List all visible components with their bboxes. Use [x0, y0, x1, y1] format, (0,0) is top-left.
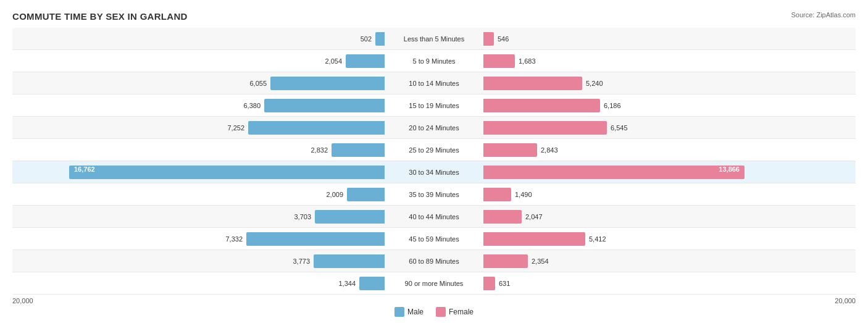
table-row: 6,38015 to 19 Minutes6,186 [12, 94, 856, 117]
right-section: 5,240 [483, 72, 856, 94]
table-row: 2,00935 to 39 Minutes1,490 [12, 183, 856, 206]
row-label: 5 to 9 Minutes [385, 57, 483, 65]
right-section: 6,545 [483, 117, 856, 138]
row-label: Less than 5 Minutes [385, 35, 483, 43]
female-bar [483, 210, 522, 224]
female-value: 546 [498, 35, 509, 43]
male-bar [314, 254, 385, 268]
male-value: 7,332 [225, 235, 243, 243]
left-section: 2,832 [12, 139, 385, 161]
right-section: 631 [483, 272, 856, 294]
row-label: 10 to 14 Minutes [385, 80, 483, 87]
right-section: 1,490 [483, 183, 856, 205]
female-value: 5,412 [589, 235, 606, 243]
row-label: 60 to 89 Minutes [385, 258, 483, 265]
chart-area: 502Less than 5 Minutes5462,0545 to 9 Min… [12, 28, 856, 295]
right-section: 2,843 [483, 139, 856, 161]
legend-male: Male [394, 307, 424, 317]
male-value: 6,380 [243, 102, 261, 109]
female-value: 1,683 [519, 57, 536, 65]
male-bar [248, 121, 385, 135]
male-bar [375, 32, 385, 46]
table-row: 16,76230 to 34 Minutes13,866 [12, 161, 856, 183]
male-bar [270, 77, 385, 90]
female-bar: 13,866 [483, 166, 745, 179]
male-bar: 16,762 [69, 166, 385, 179]
male-value: 2,054 [325, 57, 342, 65]
right-section: 2,354 [483, 250, 856, 272]
male-value: 3,773 [293, 258, 310, 265]
female-bar [483, 254, 528, 268]
female-bar [483, 121, 607, 135]
axis-right: 20,000 [434, 297, 856, 304]
legend-female-box [436, 307, 446, 317]
row-label: 40 to 44 Minutes [385, 213, 483, 220]
left-section: 2,009 [12, 183, 385, 205]
table-row: 3,77360 to 89 Minutes2,354 [12, 250, 856, 272]
table-row: 3,70340 to 44 Minutes2,047 [12, 206, 856, 228]
legend-female-label: Female [449, 308, 474, 316]
row-label: 45 to 59 Minutes [385, 235, 483, 243]
left-section: 6,380 [12, 94, 385, 116]
female-bar [483, 188, 511, 201]
row-label: 15 to 19 Minutes [385, 102, 483, 109]
right-section: 1,683 [483, 50, 856, 72]
right-section: 546 [483, 28, 856, 49]
left-section: 3,703 [12, 206, 385, 227]
female-bar [483, 32, 494, 46]
row-label: 25 to 29 Minutes [385, 146, 483, 154]
male-value: 7,252 [227, 124, 244, 132]
male-value: 16,762 [74, 166, 95, 173]
right-section: 13,866 [483, 161, 856, 183]
chart-container: COMMUTE TIME BY SEX IN GARLAND Source: Z… [0, 0, 868, 323]
table-row: 6,05510 to 14 Minutes5,240 [12, 72, 856, 94]
row-label: 35 to 39 Minutes [385, 191, 483, 198]
legend-male-label: Male [407, 308, 424, 316]
female-value: 6,545 [611, 124, 628, 132]
table-row: 502Less than 5 Minutes546 [12, 28, 856, 50]
right-section: 5,412 [483, 228, 856, 250]
legend: Male Female [12, 307, 856, 317]
table-row: 2,0545 to 9 Minutes1,683 [12, 50, 856, 72]
legend-female: Female [436, 307, 474, 317]
male-value: 3,703 [294, 213, 311, 220]
female-bar [483, 77, 582, 90]
axis-left: 20,000 [12, 297, 434, 304]
male-bar [264, 99, 385, 112]
table-row: 2,83225 to 29 Minutes2,843 [12, 139, 856, 161]
axis-labels: 20,000 20,000 [12, 297, 856, 304]
right-section: 2,047 [483, 206, 856, 227]
male-value: 502 [361, 35, 372, 43]
female-value: 5,240 [586, 80, 603, 87]
female-value: 2,843 [541, 146, 558, 154]
female-bar [483, 277, 495, 290]
legend-male-box [394, 307, 404, 317]
table-row: 1,34490 or more Minutes631 [12, 272, 856, 295]
female-value: 6,186 [604, 102, 621, 109]
male-value: 1,344 [338, 280, 356, 287]
male-bar [315, 210, 385, 224]
row-label: 90 or more Minutes [385, 280, 483, 287]
source-label: Source: ZipAtlas.com [791, 11, 856, 19]
row-label: 20 to 24 Minutes [385, 124, 483, 132]
female-bar [483, 54, 515, 68]
right-section: 6,186 [483, 94, 856, 116]
male-bar [246, 232, 385, 246]
chart-title: COMMUTE TIME BY SEX IN GARLAND [12, 11, 856, 22]
male-bar [346, 54, 385, 68]
table-row: 7,33245 to 59 Minutes5,412 [12, 228, 856, 250]
female-bar [483, 143, 537, 157]
female-value: 1,490 [515, 191, 532, 198]
female-value: 2,047 [525, 213, 543, 220]
female-value: 2,354 [532, 258, 549, 265]
row-label: 30 to 34 Minutes [385, 169, 483, 176]
male-value: 6,055 [249, 80, 267, 87]
male-bar [359, 277, 385, 290]
left-section: 6,055 [12, 72, 385, 94]
table-row: 7,25220 to 24 Minutes6,545 [12, 117, 856, 139]
left-section: 3,773 [12, 250, 385, 272]
female-bar [483, 99, 600, 112]
left-section: 7,252 [12, 117, 385, 138]
female-bar [483, 232, 585, 246]
female-value: 631 [499, 280, 510, 287]
